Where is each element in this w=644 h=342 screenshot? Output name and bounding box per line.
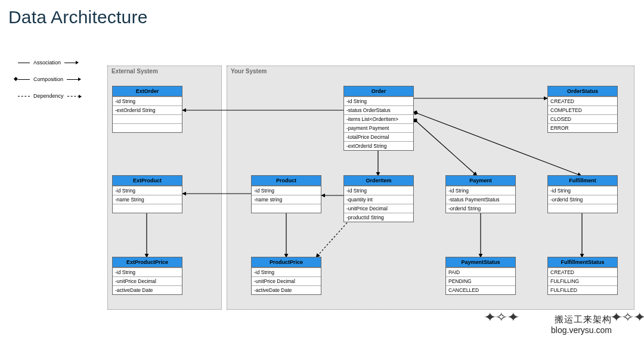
entity-field: PAID <box>446 268 515 276</box>
entity-header: Fulfillment <box>547 175 618 186</box>
entity-header: OrderStatus <box>547 86 618 97</box>
entity-header: Payment <box>445 175 516 186</box>
entity-field: -unitPrice Decimal <box>252 276 321 285</box>
page-title: Data Architecture <box>8 7 148 27</box>
external-system-label: External System <box>112 68 158 74</box>
entity-field: PENDING <box>446 276 515 285</box>
entity-field: CLOSED <box>548 114 617 123</box>
entity-field: -unitPrice Decimal <box>344 204 413 213</box>
entity-ext-order: ExtOrder-id String-extOrderId String.. <box>112 86 182 133</box>
entity-field: -productId String <box>344 213 413 222</box>
entity-field: -id String <box>252 268 321 276</box>
entity-field: -id String <box>344 97 413 105</box>
entity-field: COMPLETED <box>548 105 617 114</box>
entity-field: -activeDate Date <box>252 285 321 294</box>
entity-header: ExtOrder <box>112 86 182 97</box>
entity-field: -status PaymentStatus <box>446 195 515 204</box>
entity-field-empty: . <box>113 204 182 213</box>
entity-header: PaymentStatus <box>445 257 516 268</box>
watermark-ornament-right: ✦✧✦ <box>609 310 644 324</box>
legend-dependency-label: Dependency <box>33 93 64 99</box>
entity-header: ExtProductPrice <box>112 257 182 268</box>
entity-field-empty: . <box>113 123 182 132</box>
entity-field: CREATED <box>548 97 617 105</box>
watermark-text-cn: 搬运工来架构 <box>551 314 612 325</box>
entity-field: -id String <box>548 186 617 195</box>
entity-field: -items List<OrderItem> <box>344 114 413 123</box>
watermark: 搬运工来架构 blog.verysu.com <box>551 314 612 335</box>
entity-field: ERROR <box>548 123 617 132</box>
legend-composition: Composition <box>18 76 79 82</box>
entity-header: Product <box>251 175 321 186</box>
entity-header: ExtProduct <box>112 175 182 186</box>
entity-field-empty: . <box>252 204 321 213</box>
entity-fulfillment-status: FulfillmentStatusCREATEDFULFILLINGFULFIL… <box>547 257 618 295</box>
entity-fulfillment: Fulfillment-id String-orderId String. <box>547 176 618 213</box>
entity-field: -id String <box>344 186 413 195</box>
entity-product: Product-id String-name string. <box>251 176 321 213</box>
entity-field-empty: . <box>548 204 617 213</box>
entity-payment: Payment-id String-status PaymentStatus-o… <box>445 176 516 213</box>
entity-field-empty: . <box>113 114 182 123</box>
legend: Association Composition Dependency <box>18 60 79 110</box>
entity-field: -payment Payment <box>344 123 413 132</box>
legend-association-label: Association <box>33 60 61 66</box>
entity-field: -extOrderId String <box>344 141 413 150</box>
legend-association: Association <box>18 60 79 66</box>
entity-header: ProductPrice <box>251 257 321 268</box>
entity-field: -name string <box>252 195 321 204</box>
entity-field: FULFILLED <box>548 285 617 294</box>
entity-field: -extOrderId String <box>113 105 182 114</box>
entity-field: -status OrderStatus <box>344 105 413 114</box>
entity-product-price: ProductPrice-id String-unitPrice Decimal… <box>251 257 321 295</box>
entity-field: FULFILLING <box>548 276 617 285</box>
entity-field: CREATED <box>548 268 617 276</box>
entity-field: -activeDate Date <box>113 285 182 294</box>
entity-header: FulfillmentStatus <box>547 257 618 268</box>
entity-ext-product-price: ExtProductPrice-id String-unitPrice Deci… <box>112 257 182 295</box>
entity-order-item: OrderItem-id String-quantity int-unitPri… <box>343 176 414 222</box>
watermark-text-url: blog.verysu.com <box>551 325 612 335</box>
entity-field: -totalPrice Decimal <box>344 132 413 141</box>
legend-dependency: Dependency <box>18 93 79 99</box>
entity-field: -id String <box>252 186 321 195</box>
entity-field: -orderId String <box>548 195 617 204</box>
your-system-label: Your System <box>231 68 267 74</box>
entity-field: -id String <box>113 186 182 195</box>
entity-field: -orderId String <box>446 204 515 213</box>
watermark-ornament-left: ✦✧✦ <box>483 310 518 324</box>
entity-header: Order <box>343 86 414 97</box>
entity-field: -unitPrice Decimal <box>113 276 182 285</box>
entity-field: -id String <box>113 268 182 276</box>
legend-composition-label: Composition <box>33 76 63 82</box>
entity-ext-product: ExtProduct-id String-name String. <box>112 176 182 213</box>
entity-payment-status: PaymentStatusPAIDPENDINGCANCELLED <box>445 257 516 295</box>
entity-order: Order-id String-status OrderStatus-items… <box>343 86 414 151</box>
entity-field: CANCELLED <box>446 285 515 294</box>
entity-field: -id String <box>113 97 182 105</box>
entity-field: -id String <box>446 186 515 195</box>
entity-field: -name String <box>113 195 182 204</box>
entity-header: OrderItem <box>343 175 414 186</box>
entity-field: -quantity int <box>344 195 413 204</box>
entity-order-status: OrderStatusCREATEDCOMPLETEDCLOSEDERROR <box>547 86 618 133</box>
